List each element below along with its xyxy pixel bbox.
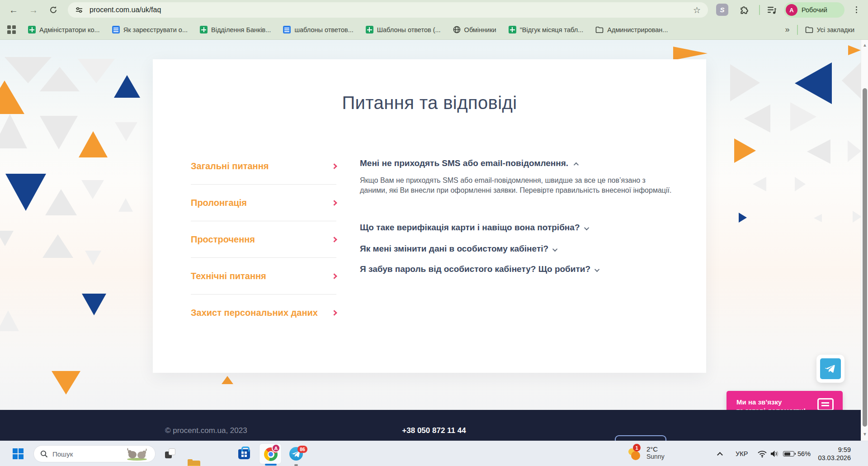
chrome-button-active[interactable]: A bbox=[259, 443, 282, 464]
footer-phone[interactable]: +38 050 872 11 44 bbox=[0, 426, 868, 435]
bookmark-item[interactable]: Адміністратори ко... bbox=[28, 26, 100, 33]
refresh-button[interactable] bbox=[46, 3, 61, 17]
faq-question[interactable]: Я забув пароль від особистого кабінету? … bbox=[360, 264, 599, 274]
chevron-down-icon bbox=[552, 247, 557, 252]
faq-question-expanded[interactable]: Мені не приходять SMS або email-повідомл… bbox=[360, 158, 577, 168]
faq-card: Питання та відповіді Загальні питання Пр… bbox=[153, 59, 706, 373]
speaker-icon[interactable] bbox=[770, 450, 779, 457]
folder-icon bbox=[805, 26, 813, 33]
category-technical[interactable]: Технічні питання bbox=[191, 258, 336, 295]
back-button[interactable]: ← bbox=[6, 3, 21, 17]
task-view-button[interactable] bbox=[164, 447, 176, 459]
bookmark-item[interactable]: "Відгук місяця табл... bbox=[509, 26, 584, 33]
category-personal-data[interactable]: Захист персональних даних bbox=[191, 295, 336, 331]
file-explorer-button[interactable] bbox=[188, 461, 200, 466]
decor-triangle bbox=[790, 102, 816, 131]
decor-triangle bbox=[730, 64, 760, 101]
bookmark-item[interactable]: Обмінники bbox=[453, 26, 496, 33]
chat-bubble-icon bbox=[817, 398, 834, 411]
browser-menu-button[interactable] bbox=[856, 6, 857, 13]
chevron-right-icon bbox=[331, 310, 337, 316]
sheets-icon bbox=[28, 26, 36, 33]
all-bookmarks-button[interactable]: Усі закладки bbox=[805, 26, 854, 33]
weather-condition: Sunny bbox=[646, 453, 665, 460]
microsoft-store-button[interactable] bbox=[238, 447, 250, 459]
globe-icon bbox=[453, 26, 461, 33]
back-icon: ← bbox=[9, 5, 18, 15]
taskbar-clock[interactable]: 9:59 03.03.2026 bbox=[818, 446, 851, 462]
folder-icon bbox=[595, 26, 604, 33]
scrollbar-thumb[interactable] bbox=[863, 88, 867, 427]
decor-triangle bbox=[81, 180, 104, 199]
wifi-icon[interactable] bbox=[757, 450, 767, 457]
search-daily-image bbox=[125, 448, 149, 461]
decor-triangle bbox=[795, 62, 832, 104]
profile-chip[interactable]: A Робочий bbox=[784, 2, 844, 18]
category-general[interactable]: Загальні питання bbox=[191, 148, 336, 185]
start-button[interactable] bbox=[13, 448, 24, 459]
bookmark-star-icon[interactable]: ☆ bbox=[693, 5, 701, 15]
bookmark-item[interactable]: Відділення Банків... bbox=[200, 26, 271, 33]
bookmarks-overflow-button[interactable]: » bbox=[785, 25, 790, 34]
category-overdue[interactable]: Прострочення bbox=[191, 221, 336, 258]
bookmark-item[interactable]: Администрирован... bbox=[595, 26, 668, 33]
profile-name: Робочий bbox=[802, 6, 827, 14]
page-title: Питання та відповіді bbox=[153, 93, 706, 113]
profile-avatar: A bbox=[786, 4, 797, 16]
battery-icon[interactable] bbox=[783, 451, 794, 456]
decor-triangle bbox=[0, 81, 24, 114]
address-bar[interactable]: procent.com.ua/uk/faq ☆ bbox=[68, 2, 708, 18]
screen: ← → procent.com.ua/uk/faq ☆ S A bbox=[0, 0, 868, 466]
decor-triangle bbox=[0, 310, 19, 331]
faq-question[interactable]: Як мені змінити дані в особистому кабіне… bbox=[360, 244, 557, 254]
telegram-taskbar-button[interactable]: 86 bbox=[289, 447, 303, 461]
site-info-icon[interactable] bbox=[75, 6, 83, 14]
apps-grid-icon[interactable] bbox=[7, 25, 16, 34]
url-text[interactable]: procent.com.ua/uk/faq bbox=[90, 6, 161, 14]
decor-triangle bbox=[734, 138, 756, 163]
bookmark-item[interactable]: Як зареєструвати о... bbox=[112, 26, 188, 33]
forward-icon: → bbox=[29, 5, 38, 15]
clock-time: 9:59 bbox=[818, 446, 851, 454]
decor-triangle bbox=[85, 251, 101, 265]
decor-triangle bbox=[40, 116, 78, 149]
telegram-float-button[interactable] bbox=[816, 355, 844, 383]
decor-triangle bbox=[5, 174, 46, 211]
media-controls-icon[interactable] bbox=[767, 5, 778, 17]
extensions-puzzle-icon[interactable] bbox=[739, 4, 750, 17]
decor-triangle bbox=[114, 75, 140, 98]
decor-triangle bbox=[739, 213, 747, 223]
page-scrollbar[interactable]: ▲ ▼ bbox=[861, 40, 868, 441]
chevron-up-icon bbox=[574, 162, 579, 167]
chevron-right-icon bbox=[331, 273, 337, 279]
telegram-unread-badge: 86 bbox=[297, 446, 307, 453]
bookmarks-bar: Адміністратори ко... Як зареєструвати о.… bbox=[0, 20, 868, 39]
decor-triangle bbox=[118, 198, 133, 212]
decor-triangle bbox=[673, 47, 708, 60]
scroll-down-arrow[interactable]: ▼ bbox=[861, 432, 868, 437]
browser-toolbar: ← → procent.com.ua/uk/faq ☆ S A bbox=[0, 0, 868, 20]
category-prolongation[interactable]: Пролонгація bbox=[191, 185, 336, 221]
weather-icon: 1 bbox=[628, 445, 642, 460]
decor-triangle bbox=[82, 294, 106, 315]
hidden-icons-chevron[interactable] bbox=[717, 452, 723, 458]
footer-button-partial[interactable] bbox=[615, 435, 666, 441]
sheets-icon bbox=[200, 26, 208, 33]
taskbar-search[interactable]: Пошук bbox=[33, 445, 156, 462]
search-placeholder: Пошук bbox=[52, 450, 73, 458]
keyboard-language[interactable]: УКР bbox=[736, 450, 748, 457]
bookmark-item[interactable]: Шаблоны ответов (... bbox=[366, 26, 441, 33]
decor-triangle bbox=[45, 189, 77, 215]
sheets-icon bbox=[366, 26, 373, 33]
weather-widget[interactable]: 1 2°C Sunny bbox=[628, 445, 665, 460]
scroll-up-arrow[interactable]: ▲ bbox=[861, 43, 868, 48]
decor-triangle bbox=[848, 140, 861, 162]
forward-button[interactable]: → bbox=[26, 3, 41, 17]
docs-icon bbox=[283, 26, 291, 33]
faq-question[interactable]: Що таке верифікація карти і навіщо вона … bbox=[360, 223, 589, 233]
decor-triangle bbox=[753, 177, 766, 191]
decor-triangle bbox=[842, 62, 862, 100]
bookmark-item[interactable]: шаблоны ответов... bbox=[283, 26, 353, 33]
toolbar-separator bbox=[759, 5, 760, 15]
vpn-extension-icon[interactable]: S bbox=[716, 4, 728, 16]
